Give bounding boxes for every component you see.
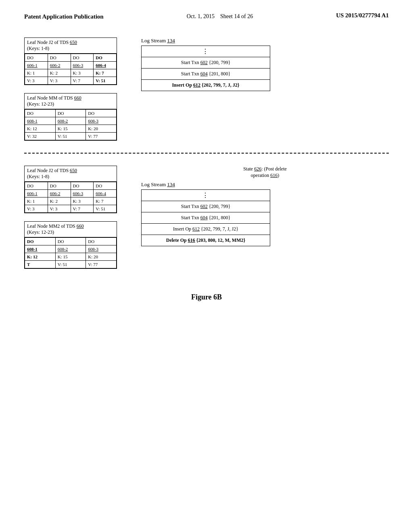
- cell: DO: [55, 109, 86, 117]
- top-diagram-section: Leaf Node J2 of TDS 650 (Keys: 1-8) DO D…: [24, 37, 389, 141]
- cell: K: 2: [48, 197, 71, 205]
- top-node-j2-table: DO DO DO DO 606-1 606-2 606-3 606-4 K: 1…: [25, 54, 117, 85]
- table-row: K: 1 K: 2 K: 3 K: 7: [25, 69, 117, 77]
- cell: 606-4: [94, 61, 117, 69]
- cell: 608-1: [25, 245, 56, 253]
- cell: DO: [86, 109, 117, 117]
- cell: V: 3: [48, 77, 71, 84]
- log-entry-b4: Delete Op 616 {203, 800, 12, M, MM2}: [142, 235, 270, 246]
- log-entry-2: Start Txn 604 {201, 800}: [142, 69, 270, 80]
- cell: 608-2: [55, 245, 86, 253]
- top-node-j2-title: Leaf Node J2 of TDS 650 (Keys: 1-8): [25, 38, 117, 54]
- cell: 608-2: [55, 117, 86, 125]
- cell: V: 7: [71, 77, 94, 84]
- table-row: DO DO DO DO: [25, 182, 117, 189]
- cell: DO: [25, 54, 48, 61]
- bottom-state-label: State 626: (Post deleteoperation 616): [141, 166, 389, 179]
- cell: K: 7: [94, 197, 117, 205]
- page-header: Patent Application Publication Oct. 1, 2…: [0, 0, 413, 29]
- cell: 606-4: [94, 189, 117, 197]
- log-entry-1: Start Txn 602 {200, 799}: [142, 57, 270, 69]
- cell: K: 20: [86, 253, 117, 260]
- top-node-mm-table: DO DO DO 608-1 608-2 608-3 K: 12 K: 15 K…: [25, 109, 117, 140]
- patent-number: US 2015/0277794 A1: [336, 12, 389, 19]
- cell: 606-2: [48, 61, 71, 69]
- cell: 608-3: [86, 117, 117, 125]
- table-row: K: 1 K: 2 K: 3 K: 7: [25, 197, 117, 205]
- cell: 608-1: [25, 117, 56, 125]
- cell: V: 51: [94, 77, 117, 84]
- bottom-node-mm2-660: Leaf Node MM2 of TDS 660 (Keys: 12-23) D…: [24, 221, 117, 269]
- cell: V: 3: [48, 205, 71, 212]
- cell: V: 77: [86, 260, 117, 268]
- top-right-panel: Log Stream 134 ⋮ Start Txn 602 {200, 799…: [141, 37, 389, 141]
- cell: V: 77: [86, 132, 117, 140]
- cell: K: 1: [25, 69, 48, 77]
- cell: DO: [25, 182, 48, 189]
- table-row: 606-1 606-2 606-3 606-4: [25, 61, 117, 69]
- table-row: V: 3 V: 3 V: 7 V: 51: [25, 205, 117, 212]
- bottom-node-j2-table: DO DO DO DO 606-1 606-2 606-3 606-4 K: 1…: [25, 182, 117, 213]
- bottom-right-panel: State 626: (Post deleteoperation 616) Lo…: [141, 166, 389, 269]
- bottom-diagram-section: Leaf Node J2 of TDS 650 (Keys: 1-8) DO D…: [24, 166, 389, 269]
- table-row: DO DO DO: [25, 237, 117, 245]
- cell: K: 3: [71, 197, 94, 205]
- cell: K: 3: [71, 69, 94, 77]
- cell: K: 7: [94, 69, 117, 77]
- table-row: DO DO DO: [25, 109, 117, 117]
- table-row: 606-1 606-2 606-3 606-4: [25, 189, 117, 197]
- publication-label: Patent Application Publication: [24, 13, 104, 20]
- cell: V: 51: [55, 260, 86, 268]
- cell: K: 15: [55, 253, 86, 260]
- table-row: 608-1 608-2 608-3: [25, 245, 117, 253]
- cell: V: 51: [94, 205, 117, 212]
- header-right: US 2015/0277794 A1: [336, 12, 389, 19]
- cell: DO: [48, 54, 71, 61]
- cell: K: 15: [55, 125, 86, 132]
- log-entry-dots: ⋮: [142, 46, 270, 57]
- bottom-log-stream: Log Stream 134 ⋮ Start Txn 602 {200, 799…: [141, 181, 389, 246]
- cell: DO: [71, 54, 94, 61]
- bottom-log-stream-label: Log Stream 134: [141, 181, 175, 188]
- cell: 606-3: [71, 189, 94, 197]
- table-row: 608-1 608-2 608-3: [25, 117, 117, 125]
- top-node-j2-650: Leaf Node J2 of TDS 650 (Keys: 1-8) DO D…: [24, 37, 117, 85]
- cell: DO: [48, 182, 71, 189]
- top-node-mm-660: Leaf Node MM of TDS 660 (Keys: 12-23) DO…: [24, 93, 117, 141]
- header-sheet: Sheet 14 of 26: [220, 13, 253, 19]
- bottom-node-j2-650: Leaf Node J2 of TDS 650 (Keys: 1-8) DO D…: [24, 166, 117, 213]
- table-row: V: 32 V: 51 V: 77: [25, 132, 117, 140]
- cell: K: 20: [86, 125, 117, 132]
- table-row: V: 3 V: 3 V: 7 V: 51: [25, 77, 117, 84]
- cell: DO: [94, 54, 117, 61]
- cell: DO: [94, 182, 117, 189]
- cell: DO: [25, 109, 56, 117]
- cell: V: 7: [71, 205, 94, 212]
- cell: 606-1: [25, 189, 48, 197]
- cell: V: 32: [25, 132, 56, 140]
- header-left: Patent Application Publication: [24, 12, 104, 21]
- section-divider: [24, 153, 389, 154]
- bottom-log-stream-box: ⋮ Start Txn 602 {200, 799} Start Txn 604…: [141, 189, 270, 246]
- bottom-left-panel: Leaf Node J2 of TDS 650 (Keys: 1-8) DO D…: [24, 166, 117, 269]
- top-node-mm-title: Leaf Node MM of TDS 660 (Keys: 12-23): [25, 94, 117, 109]
- cell: DO: [71, 182, 94, 189]
- cell: T: [25, 260, 56, 268]
- cell: K: 12: [25, 253, 56, 260]
- log-entry-b1: Start Txn 602 {200, 799}: [142, 201, 270, 212]
- top-log-stream-box: ⋮ Start Txn 602 {200, 799} Start Txn 604…: [141, 46, 270, 91]
- page-content: Leaf Node J2 of TDS 650 (Keys: 1-8) DO D…: [0, 29, 413, 318]
- cell: K: 12: [25, 125, 56, 132]
- bottom-node-mm2-title: Leaf Node MM2 of TDS 660 (Keys: 12-23): [25, 222, 117, 237]
- table-row: K: 12 K: 15 K: 20: [25, 125, 117, 132]
- cell: V: 3: [25, 205, 48, 212]
- top-log-stream-label: Log Stream 134: [141, 37, 175, 44]
- header-center: Oct. 1, 2015 Sheet 14 of 26: [187, 12, 253, 21]
- table-row: DO DO DO DO: [25, 54, 117, 61]
- bottom-node-j2-title: Leaf Node J2 of TDS 650 (Keys: 1-8): [25, 166, 117, 182]
- top-log-stream: Log Stream 134 ⋮ Start Txn 602 {200, 799…: [141, 37, 389, 91]
- bottom-node-mm2-table: DO DO DO 608-1 608-2 608-3 K: 12 K: 15 K…: [25, 237, 117, 268]
- log-entry-b3: Insert Op 612 {202, 799, 7, J, J2}: [142, 224, 270, 235]
- cell: K: 1: [25, 197, 48, 205]
- cell: 606-3: [71, 61, 94, 69]
